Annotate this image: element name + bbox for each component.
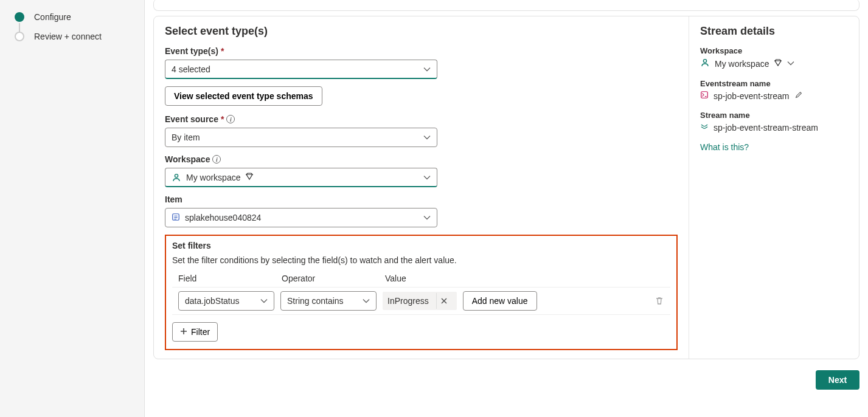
filter-value-chip: InProgress: [383, 292, 457, 310]
filter-operator-select[interactable]: String contains: [280, 291, 377, 311]
step-label: Review + connect: [34, 32, 102, 41]
select-value: data.jobStatus: [185, 296, 240, 306]
details-stream: Stream name sp-job-event-stream-stream: [700, 111, 848, 133]
filters-description: Set the filter conditions by selecting t…: [172, 255, 670, 265]
edit-eventstream-button[interactable]: [794, 91, 803, 101]
required-asterisk: *: [221, 46, 224, 56]
person-icon: [700, 58, 710, 69]
info-icon[interactable]: i: [226, 115, 235, 123]
filters-title: Set filters: [172, 241, 670, 250]
step-dot-active-icon: [15, 12, 24, 22]
filters-header-field: Field: [178, 274, 274, 283]
select-value: My workspace: [186, 173, 240, 182]
filters-header-row: Field Operator Value: [172, 274, 670, 287]
filter-row: data.jobStatus String contains: [172, 287, 670, 315]
svg-point-0: [175, 174, 178, 177]
form-column: Select event type(s) Event type(s) * 4 s…: [154, 16, 689, 359]
app-root: Configure Review + connect Select event …: [0, 0, 868, 417]
svg-rect-3: [701, 92, 708, 98]
details-workspace: Workspace My workspace: [700, 46, 848, 69]
workspace-select[interactable]: My workspace: [165, 168, 437, 187]
diamond-icon: [774, 58, 782, 69]
select-value: splakehouse040824: [185, 213, 261, 222]
details-stream-label: Stream name: [700, 111, 848, 120]
remove-value-button[interactable]: [436, 293, 452, 309]
event-config-card: Select event type(s) Event type(s) * 4 s…: [153, 16, 859, 359]
add-filter-label: Filter: [191, 327, 210, 337]
filter-field-select[interactable]: data.jobStatus: [178, 291, 274, 311]
select-value: String contains: [287, 296, 344, 306]
required-asterisk: *: [221, 114, 224, 124]
item-select[interactable]: splakehouse040824: [165, 208, 437, 227]
event-types-label: Event type(s) *: [165, 46, 678, 56]
select-value: 4 selected: [172, 64, 210, 74]
main-panel: Select event type(s) Event type(s) * 4 s…: [145, 0, 868, 417]
footer-actions: Next: [153, 359, 859, 390]
chevron-down-icon: [423, 174, 431, 181]
svg-point-2: [703, 60, 706, 63]
section-title: Select event type(s): [165, 25, 678, 38]
stream-icon: [700, 122, 709, 133]
details-workspace-label: Workspace: [700, 46, 848, 55]
step-dot-icon: [15, 32, 24, 41]
collapsed-card: [153, 0, 859, 11]
diamond-icon: [245, 172, 254, 182]
workspace-label: Workspace i: [165, 154, 678, 164]
event-source-label: Event source * i: [165, 114, 678, 124]
stream-details-panel: Stream details Workspace My workspace: [689, 16, 859, 359]
view-schemas-button[interactable]: View selected event type schemas: [165, 86, 322, 106]
workspace-dropdown-chevron[interactable]: [787, 59, 794, 69]
next-button[interactable]: Next: [816, 370, 859, 390]
details-eventstream-label: Eventstream name: [700, 79, 848, 88]
step-label: Configure: [34, 12, 71, 22]
filters-header-operator: Operator: [282, 274, 378, 283]
select-value: By item: [172, 133, 200, 142]
step-review-connect[interactable]: Review + connect: [15, 32, 144, 41]
filters-header-value: Value: [385, 274, 664, 283]
step-configure[interactable]: Configure: [15, 12, 144, 22]
stepper-sidebar: Configure Review + connect: [0, 0, 145, 417]
add-new-value-button[interactable]: Add new value: [463, 291, 537, 311]
what-is-this-link[interactable]: What is this?: [700, 142, 848, 152]
chip-label: InProgress: [387, 296, 429, 306]
chevron-down-icon: [423, 214, 431, 221]
chevron-down-icon: [423, 134, 431, 141]
delete-filter-button[interactable]: [654, 296, 664, 306]
add-filter-button[interactable]: Filter: [172, 322, 218, 342]
details-eventstream: Eventstream name sp-job-event-stream: [700, 79, 848, 101]
plus-icon: [180, 327, 187, 337]
details-workspace-value: My workspace: [715, 59, 769, 69]
chevron-down-icon: [423, 66, 431, 73]
details-title: Stream details: [700, 25, 848, 38]
filters-section: Set filters Set the filter conditions by…: [165, 235, 678, 350]
details-eventstream-value: sp-job-event-stream: [713, 91, 790, 101]
event-source-select[interactable]: By item: [165, 128, 437, 147]
details-stream-value: sp-job-event-stream-stream: [713, 123, 818, 133]
eventstream-icon: [700, 91, 709, 101]
event-types-select[interactable]: 4 selected: [165, 60, 437, 79]
item-label: Item: [165, 195, 678, 204]
info-icon[interactable]: i: [212, 155, 221, 164]
person-icon: [172, 173, 181, 182]
lakehouse-icon: [172, 213, 180, 223]
chevron-down-icon: [260, 297, 268, 305]
chevron-down-icon: [363, 297, 370, 305]
